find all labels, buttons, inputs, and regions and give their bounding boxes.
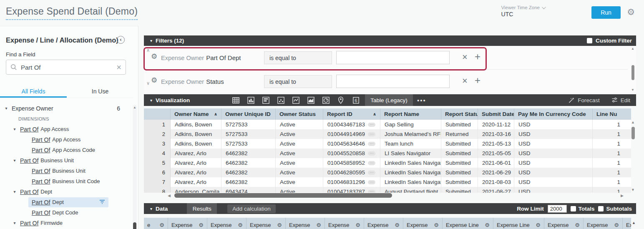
table-row[interactable]: 2 Adkins, Bowen 5727533 Active 010044914…	[144, 129, 631, 139]
field-gear-icon[interactable]: ⚙	[389, 222, 400, 228]
run-button[interactable]: Run	[591, 6, 621, 19]
field-gear-icon[interactable]: ⚙	[530, 222, 541, 228]
column-header-line-number[interactable]: Line Nu	[593, 108, 630, 120]
field-chip[interactable]: Expense⚙	[286, 218, 325, 229]
scrollbar-thumb[interactable]	[174, 193, 392, 198]
related-actions-icon[interactable]: ···	[368, 180, 375, 184]
tree-item[interactable]: ▾Part OfBusiness Unit	[0, 155, 132, 166]
scroll-down-icon[interactable]: ▼	[631, 88, 634, 92]
tree-item[interactable]: Part OfApp Access Code	[0, 145, 132, 155]
scroll-left-icon[interactable]: ◀	[168, 194, 171, 198]
add-filter-icon[interactable]: +	[475, 74, 480, 87]
tree-item[interactable]: ▾Part OfDept	[0, 186, 132, 197]
tree-item-expense-owner[interactable]: ▾ Expense Owner 6	[0, 103, 132, 113]
tree-item[interactable]: Part OfBusiness Unit Code	[0, 176, 132, 186]
column-header-pay-me-in-currency-code[interactable]: Pay Me In Currency Code	[514, 108, 593, 120]
field-chip[interactable]: Expense Line⚙	[443, 218, 493, 229]
collapse-triangle-icon[interactable]: ▾	[150, 206, 152, 211]
field-gear-icon[interactable]: ⚙	[232, 222, 243, 228]
table-row[interactable]: 1 Adkins, Bowen 5727533 Active 010043467…	[144, 120, 631, 129]
scrollbar-thumb[interactable]	[133, 222, 136, 229]
scroll-down-icon[interactable]: ▼	[631, 188, 635, 192]
edit-button[interactable]: Edit	[611, 97, 630, 103]
bar-chart-icon[interactable]	[243, 94, 258, 106]
tree-item[interactable]: Part OfDept Code	[0, 207, 132, 218]
add-filter-icon[interactable]: +	[475, 50, 480, 63]
expander-icon[interactable]: ▾	[12, 127, 18, 131]
table-row[interactable]: 4 Alvarez, Arlo 6462382 Active 010045520…	[144, 148, 631, 158]
filter-value-input[interactable]	[336, 51, 450, 64]
row-number-header[interactable]	[144, 108, 171, 120]
column-header-owner-status[interactable]: Owner Status	[276, 108, 323, 120]
related-actions-icon[interactable]: ···	[368, 171, 375, 175]
scroll-up-icon[interactable]: ▲	[133, 106, 136, 109]
sort-asc-icon[interactable]: ∧	[371, 112, 376, 116]
column-header-owner-name[interactable]: Owner Name∧	[171, 108, 221, 120]
expander-icon[interactable]: ▾	[12, 189, 18, 194]
tree-item[interactable]: Part OfApp Access	[0, 134, 132, 145]
field-gear-icon[interactable]: ⚙	[350, 222, 360, 228]
field-chip[interactable]: Expense Line⚙	[493, 218, 544, 229]
remove-filter-icon[interactable]: ×	[462, 51, 468, 63]
settings-gear-icon[interactable]: ⚙	[627, 8, 635, 16]
related-actions-icon[interactable]: ···	[368, 142, 375, 146]
scrollbar-thumb[interactable]	[631, 65, 634, 80]
filter-value-input[interactable]	[336, 75, 450, 88]
field-gear-icon[interactable]: ⚙	[479, 222, 490, 228]
column-header-owner-unique-id[interactable]: Owner Unique ID	[221, 108, 276, 120]
operator-dropdown[interactable]: is equal to	[264, 75, 332, 88]
area-chart-icon[interactable]	[303, 94, 318, 106]
table-row[interactable]: 7 Alvarez, Arlo 6462382 Active 010046831…	[144, 177, 631, 187]
add-calculation-button[interactable]: Add calculation	[227, 204, 276, 213]
forecast-button[interactable]: Forecast	[568, 97, 600, 103]
scroll-up-icon[interactable]: ▲	[631, 120, 635, 124]
column-header-report-id[interactable]: Report ID∧	[323, 108, 380, 120]
tree-item-selected[interactable]: Part OfDept	[0, 197, 132, 207]
move-up-icon[interactable]: ∧	[146, 48, 150, 53]
table-vertical-scrollbar[interactable]: ▲ ▼	[631, 120, 635, 192]
single-value-icon[interactable]: 6	[348, 94, 363, 106]
table-row[interactable]: 3 Adkins, Bowen 5727533 Active 010045634…	[144, 139, 631, 148]
sidebar-scrollbar[interactable]: ▲	[133, 105, 137, 229]
field-chip[interactable]: Expense⚙	[325, 218, 364, 229]
field-chip[interactable]: Expense⚙	[247, 218, 286, 229]
field-chip[interactable]: Expense⚙	[403, 218, 443, 229]
column-header-submit-date[interactable]: Submit Date	[478, 108, 514, 120]
related-actions-icon[interactable]: ···	[368, 123, 375, 127]
scrollbar-thumb[interactable]	[631, 127, 635, 139]
totals-toggle[interactable]: Totals	[571, 206, 595, 212]
field-chip[interactable]: Expense⚙	[544, 218, 584, 229]
totals-checkbox[interactable]	[571, 206, 576, 211]
field-search[interactable]: ×	[6, 60, 126, 75]
search-input[interactable]	[21, 64, 116, 71]
filter-gear-icon[interactable]: ⚙	[151, 77, 157, 84]
expander-icon[interactable]: ▾	[12, 221, 18, 225]
scatter-plot-icon[interactable]	[273, 94, 288, 106]
field-chip[interactable]: Expense⚙	[168, 218, 207, 229]
scroll-up-icon[interactable]: ▲	[632, 221, 636, 225]
field-gear-icon[interactable]: ⚙	[193, 222, 204, 228]
field-gear-icon[interactable]: ⚙	[271, 222, 282, 228]
row-limit-input[interactable]	[548, 205, 567, 213]
tree-item[interactable]: Part OfBusiness Unit	[0, 166, 132, 176]
table-row[interactable]: 6 Alvarez, Arlo 6462382 Active 010046280…	[144, 168, 631, 177]
field-chip[interactable]: Expense⚙	[623, 218, 631, 229]
custom-filter-checkbox[interactable]	[587, 38, 592, 43]
collapse-triangle-icon[interactable]: ▾	[150, 98, 152, 103]
map-icon[interactable]	[333, 94, 348, 106]
move-down-icon[interactable]: ∨	[146, 81, 150, 86]
donut-chart-icon[interactable]	[318, 94, 333, 106]
field-chip[interactable]: Expense⚙	[364, 218, 403, 229]
viewer-time-zone[interactable]: Viewer Time Zone UTC	[501, 5, 545, 18]
filters-bar[interactable]: ▾ Filters (12) Custom Filter	[144, 35, 636, 46]
expander-icon[interactable]: ▾	[3, 106, 9, 111]
horizontal-scrollbar[interactable]: ◀ ▶	[144, 192, 631, 199]
column-header-report-name[interactable]: Report Name	[380, 108, 441, 120]
more-options-icon[interactable]: •••	[417, 97, 426, 104]
scroll-right-icon[interactable]: ▶	[621, 194, 624, 198]
related-actions-icon[interactable]: ···	[368, 161, 375, 165]
field-gear-icon[interactable]: ⚙	[153, 222, 164, 228]
filters-scrollbar[interactable]: ▲ ▼	[631, 47, 635, 92]
line-chart-icon[interactable]	[288, 94, 303, 106]
field-gear-icon[interactable]: ⚙	[310, 222, 321, 228]
